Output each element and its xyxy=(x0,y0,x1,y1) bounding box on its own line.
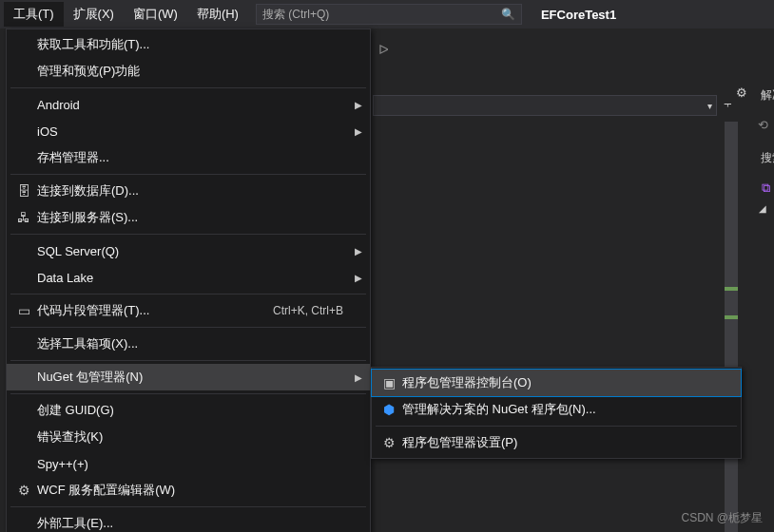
solution-icon[interactable]: ⧉ xyxy=(762,180,770,196)
mi-create-guid[interactable]: 创建 GUID(G) xyxy=(7,397,370,424)
document-tabbar[interactable]: ▾ xyxy=(373,95,717,116)
mi-snippet-manager[interactable]: ▭代码片段管理器(T)...Ctrl+K, Ctrl+B xyxy=(7,297,370,324)
separator xyxy=(10,294,366,294)
gear-icon: ⚙ xyxy=(376,435,402,450)
separator xyxy=(10,327,366,328)
dropdown-icon[interactable]: ▾ xyxy=(707,101,712,111)
mi-ios[interactable]: iOS▶ xyxy=(7,118,370,144)
gear-icon[interactable]: ⚙ xyxy=(736,86,747,100)
separator xyxy=(10,174,366,175)
snippet-icon: ▭ xyxy=(10,303,37,318)
menu-help[interactable]: 帮助(H) xyxy=(187,2,248,27)
split-editor-icon[interactable]: ⫟ xyxy=(722,97,734,111)
mi-choose-toolbox[interactable]: 选择工具箱项(X)... xyxy=(7,331,370,357)
mi-wcf-editor[interactable]: ⚙WCF 服务配置编辑器(W) xyxy=(7,477,370,504)
database-icon: 🗄 xyxy=(10,183,37,199)
separator xyxy=(10,87,366,88)
solution-explorer-label: 解决 xyxy=(761,87,774,104)
expand-icon[interactable]: ◢ xyxy=(759,203,766,214)
mi-data-lake[interactable]: Data Lake▶ xyxy=(7,264,370,291)
gear-icon: ⚙ xyxy=(10,483,37,498)
scrollbar-marker xyxy=(725,315,738,319)
nuget-submenu: ▣程序包管理器控制台(O) ⬢管理解决方案的 NuGet 程序包(N)... ⚙… xyxy=(371,367,742,459)
menu-window[interactable]: 窗口(W) xyxy=(124,2,187,27)
separator xyxy=(10,360,366,361)
project-name: EFCoreTest1 xyxy=(541,8,616,22)
mi-nuget[interactable]: NuGet 包管理器(N)▶ xyxy=(7,364,370,390)
menu-tools[interactable]: 工具(T) xyxy=(4,2,64,27)
mi-sql-server[interactable]: SQL Server(Q)▶ xyxy=(7,238,370,264)
mi-error-lookup[interactable]: 错误查找(K) xyxy=(7,424,370,450)
scrollbar-track[interactable] xyxy=(725,122,738,532)
server-icon: 🖧 xyxy=(10,210,37,225)
watermark: CSDN @栀梦星 xyxy=(681,510,763,526)
mi-connect-db[interactable]: 🗄连接到数据库(D)... xyxy=(7,178,370,204)
separator xyxy=(10,393,366,394)
pin-icon[interactable]: ᐅ xyxy=(378,42,389,57)
mi-android[interactable]: Android▶ xyxy=(7,91,370,118)
mi-external-tools[interactable]: 外部工具(E)... xyxy=(7,510,370,532)
mi-connect-server[interactable]: 🖧连接到服务器(S)... xyxy=(7,204,370,231)
mi-get-tools[interactable]: 获取工具和功能(T)... xyxy=(7,31,370,58)
tools-menu: 获取工具和功能(T)... 管理和预览(P)功能 Android▶ iOS▶ 存… xyxy=(6,28,371,532)
separator xyxy=(10,506,366,507)
separator xyxy=(10,234,366,235)
smi-manage-solution[interactable]: ⬢管理解决方案的 NuGet 程序包(N)... xyxy=(372,396,741,423)
search-solution-label: 搜索 xyxy=(761,150,774,166)
search-icon: 🔍 xyxy=(501,8,515,21)
menu-bar: 工具(T) 扩展(X) 窗口(W) 帮助(H) 搜索 (Ctrl+Q) 🔍 EF… xyxy=(0,0,774,28)
smi-pm-settings[interactable]: ⚙程序包管理器设置(P) xyxy=(372,429,741,456)
console-icon: ▣ xyxy=(376,375,402,390)
mi-manage-preview[interactable]: 管理和预览(P)功能 xyxy=(7,58,370,85)
scrollbar-marker xyxy=(725,287,738,291)
search-box[interactable]: 搜索 (Ctrl+Q) 🔍 xyxy=(256,4,522,25)
mi-archive-manager[interactable]: 存档管理器... xyxy=(7,144,370,171)
back-icon[interactable]: ⟲ xyxy=(758,118,768,132)
smi-pm-console[interactable]: ▣程序包管理器控制台(O) xyxy=(372,370,741,396)
package-icon: ⬢ xyxy=(376,402,402,417)
separator xyxy=(376,426,737,427)
search-placeholder: 搜索 (Ctrl+Q) xyxy=(262,7,329,23)
menu-extensions[interactable]: 扩展(X) xyxy=(64,2,124,27)
mi-spy[interactable]: Spy++(+) xyxy=(7,450,370,477)
